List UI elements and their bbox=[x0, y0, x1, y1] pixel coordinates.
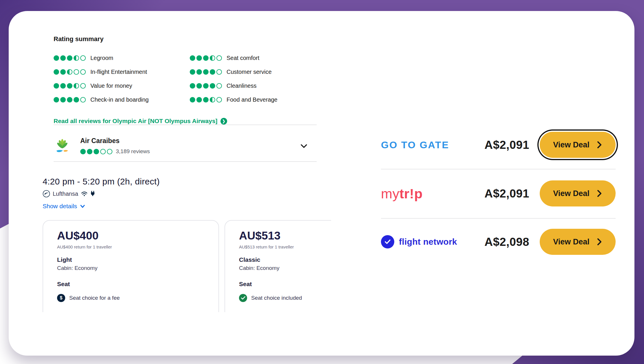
page: { "colors": { "purple_bg": "#72519f", "p… bbox=[0, 0, 644, 364]
lufthansa-logo-icon bbox=[43, 190, 50, 197]
chevron-right-icon bbox=[596, 238, 602, 246]
read-all-reviews-link[interactable]: Read all reviews for Olympic Air [NOT Ol… bbox=[54, 118, 227, 125]
view-deal-button[interactable]: View Deal bbox=[540, 229, 616, 255]
view-deal-label: View Deal bbox=[553, 237, 590, 246]
chevron-down-icon bbox=[79, 203, 86, 209]
rating-circles bbox=[54, 55, 86, 61]
divider bbox=[54, 125, 317, 125]
rating-label: Legroom bbox=[90, 55, 113, 61]
fare-seat-feature: Seat choice included bbox=[239, 294, 331, 302]
rating-label: Food and Beverage bbox=[227, 96, 278, 103]
fare-name: Light bbox=[57, 256, 205, 263]
show-details-label: Show details bbox=[43, 203, 77, 210]
deal-row-flight-network: flight network A$2,098 View Deal bbox=[381, 227, 616, 256]
rating-item: Cleanliness bbox=[190, 83, 278, 89]
view-deal-button[interactable]: View Deal bbox=[540, 132, 616, 158]
fare-price: AU$400 bbox=[57, 229, 205, 242]
rating-circles bbox=[190, 97, 222, 103]
fare-bags-heading: Bags bbox=[57, 311, 205, 312]
content-card: Rating summary Legroom Seat comfort In-f… bbox=[9, 11, 634, 356]
view-deal-button[interactable]: View Deal bbox=[540, 180, 616, 206]
fare-seat-text: Seat choice for a fee bbox=[69, 295, 120, 301]
fare-seat-heading: Seat bbox=[57, 281, 205, 288]
divider bbox=[381, 218, 616, 219]
rating-item: In-flight Entertainment bbox=[54, 69, 190, 75]
fare-name: Classic bbox=[239, 256, 331, 263]
airline-row-air-caraibes[interactable]: Air Caraibes 3,189 reviews bbox=[54, 130, 317, 161]
wifi-icon bbox=[81, 191, 88, 197]
air-caraibes-logo bbox=[54, 137, 71, 155]
read-all-reviews-label: Read all reviews for Olympic Air [NOT Ol… bbox=[54, 118, 218, 125]
view-deal-label: View Deal bbox=[553, 140, 590, 149]
chevron-right-icon bbox=[596, 190, 602, 197]
fare-options: AU$400 AU$400 return for 1 traveller Lig… bbox=[43, 220, 331, 312]
deal-row-mytrip: mytr!p A$2,091 View Deal bbox=[381, 179, 616, 208]
rating-label: Customer service bbox=[227, 69, 272, 75]
fare-price: AU$513 bbox=[239, 229, 331, 242]
deal-price: A$2,091 bbox=[484, 187, 540, 200]
flight-times: 4:20 pm - 5:20 pm (2h, direct) bbox=[43, 177, 160, 186]
rating-item: Check-in and boarding bbox=[54, 96, 190, 103]
rating-label: Check-in and boarding bbox=[90, 96, 149, 103]
fare-cabin: Cabin: Economy bbox=[239, 265, 331, 271]
rating-item: Food and Beverage bbox=[190, 96, 278, 103]
gotogate-logo: GO TO GATE bbox=[381, 139, 449, 151]
check-circle-icon bbox=[239, 294, 247, 302]
rating-label: Cleanliness bbox=[227, 83, 256, 89]
fare-seat-feature: $ Seat choice for a fee bbox=[57, 294, 205, 302]
airline-reviews-count: 3,189 reviews bbox=[116, 148, 150, 155]
fare-card-light[interactable]: AU$400 AU$400 return for 1 traveller Lig… bbox=[43, 220, 219, 312]
fare-bags-heading: Bags bbox=[239, 311, 331, 312]
rating-item: Customer service bbox=[190, 69, 278, 75]
fare-price-subtext: AU$513 return for 1 traveller bbox=[239, 244, 331, 249]
rating-circles bbox=[190, 69, 222, 75]
mytrip-logo-bold: tr!p bbox=[399, 186, 423, 201]
carrier-name: Lufthansa bbox=[53, 191, 78, 197]
rating-summary-grid: Legroom Seat comfort In-flight Entertain… bbox=[54, 51, 278, 107]
rating-label: Seat comfort bbox=[227, 55, 259, 61]
mytrip-logo: mytr!p bbox=[381, 186, 423, 202]
airline-info: Air Caraibes 3,189 reviews bbox=[80, 137, 150, 155]
deal-price: A$2,091 bbox=[484, 138, 540, 151]
chevron-right-icon bbox=[596, 141, 602, 149]
power-icon bbox=[90, 191, 95, 197]
show-details-link[interactable]: Show details bbox=[43, 203, 86, 210]
flight-network-logo-text: flight network bbox=[399, 237, 457, 247]
rating-circles bbox=[190, 83, 222, 89]
rating-summary-title: Rating summary bbox=[54, 35, 103, 43]
flight-network-logo: flight network bbox=[381, 235, 457, 248]
rating-circles bbox=[54, 69, 86, 75]
fare-price-subtext: AU$400 return for 1 traveller bbox=[57, 244, 205, 249]
rating-circles bbox=[190, 55, 222, 61]
arrow-right-circle-icon: ❯ bbox=[220, 118, 227, 125]
rating-item: Value for money bbox=[54, 83, 190, 89]
divider bbox=[54, 161, 317, 162]
rating-circles bbox=[54, 83, 86, 89]
flight-network-check-icon bbox=[381, 235, 394, 248]
fare-card-classic[interactable]: AU$513 AU$513 return for 1 traveller Cla… bbox=[225, 220, 331, 312]
rating-label: In-flight Entertainment bbox=[90, 69, 147, 75]
mytrip-logo-light: my bbox=[381, 186, 399, 201]
deal-row-gotogate: GO TO GATE A$2,091 View Deal bbox=[381, 130, 616, 159]
carrier-row: Lufthansa bbox=[43, 190, 95, 197]
fare-seat-heading: Seat bbox=[239, 281, 331, 288]
view-deal-label: View Deal bbox=[553, 189, 590, 198]
chevron-down-icon[interactable] bbox=[299, 141, 309, 151]
rating-item: Seat comfort bbox=[190, 55, 278, 61]
fare-seat-text: Seat choice included bbox=[251, 295, 302, 301]
dollar-fee-icon: $ bbox=[57, 294, 65, 302]
divider bbox=[381, 169, 616, 169]
rating-label: Value for money bbox=[90, 83, 132, 89]
rating-circles bbox=[54, 97, 86, 103]
fare-cabin: Cabin: Economy bbox=[57, 265, 205, 271]
airline-name: Air Caraibes bbox=[80, 137, 150, 145]
airline-rating-circles bbox=[80, 149, 112, 154]
deal-price: A$2,098 bbox=[484, 235, 540, 248]
rating-item: Legroom bbox=[54, 55, 190, 61]
